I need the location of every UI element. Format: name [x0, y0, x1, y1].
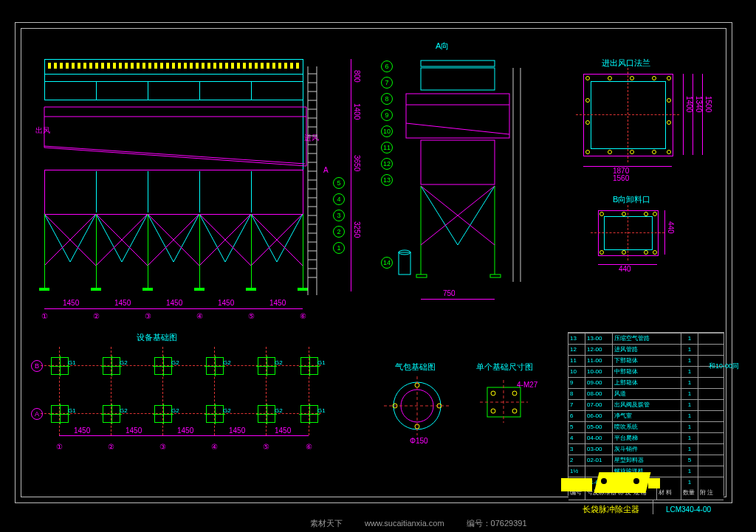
callout-11: 11: [381, 142, 393, 153]
callout-6: 6: [381, 61, 393, 72]
bom-row: 707-00出风阀及拨管1: [568, 399, 724, 410]
watermark: [561, 472, 672, 496]
ftag-8: G2: [171, 407, 179, 414]
fd-4: 1450: [229, 426, 245, 435]
title-block: 1313-00压缩空气管路11212-00进风管路11111-00下部箱体110…: [568, 332, 724, 496]
footer-id-label: 编号：: [467, 519, 491, 528]
single-base-title: 单个基础尺寸图: [476, 362, 533, 373]
callout-12: 12: [381, 158, 393, 170]
flange-title: 进出风口法兰: [602, 58, 650, 69]
svg-point-62: [512, 391, 517, 395]
svg-point-64: [512, 409, 517, 413]
section-mark-A: A: [323, 166, 329, 174]
footer-site: 素材天下: [310, 518, 343, 529]
ftag-11: G1: [317, 407, 326, 414]
svg-rect-38: [406, 94, 509, 138]
bom-row: 202-01星型卸料器5: [568, 455, 724, 466]
dim-bay-1: 1450: [63, 299, 79, 307]
callout-9: 9: [381, 109, 393, 121]
callout-5: 5: [333, 177, 345, 189]
dim-bay-4: 1450: [218, 299, 234, 307]
bom-row: 505-00喷吹系统1: [568, 421, 724, 432]
svg-point-61: [491, 391, 495, 395]
ftag-6: G1: [68, 407, 76, 414]
fg-2: ②: [108, 443, 114, 451]
fg-1: ①: [56, 443, 63, 451]
airbag-title: 气包基础图: [395, 362, 436, 373]
footer-url: www.sucaitianxia.com: [365, 519, 444, 528]
bom-row: 909-00上部箱体1: [568, 377, 724, 388]
ftag-1: G2: [120, 359, 128, 366]
grid-1: ①: [41, 312, 48, 320]
callout-1: 1: [333, 242, 345, 254]
row-A: A: [31, 408, 43, 420]
svg-rect-47: [490, 274, 501, 277]
ftag-3: G2: [223, 359, 231, 366]
callout-10: 10: [381, 125, 393, 137]
bom-row: 1010-00中部箱体1: [568, 366, 724, 377]
feed-h: 440: [667, 221, 675, 234]
fg-3: ③: [159, 443, 166, 451]
fg-6: ⑥: [306, 443, 312, 451]
callout-13: 13: [381, 174, 393, 186]
ftag-0: G1: [68, 359, 76, 366]
footer-id: 07629391: [491, 519, 527, 528]
fd-5: 1450: [275, 426, 291, 435]
bom-row: 303-00灰斗销件1: [568, 443, 724, 455]
page-footer: 素材天下 www.sucaitianxia.com 编号：07629391: [0, 514, 756, 532]
inlet-plenum: [41, 103, 310, 170]
grid-2: ②: [93, 312, 100, 320]
hoppers: [41, 214, 310, 273]
dim-h4: 800: [353, 70, 361, 83]
airbag-d: Φ150: [410, 437, 428, 445]
bom-row: 1111-00下部箱体1: [568, 355, 724, 366]
dim-side-width: 750: [443, 289, 456, 297]
sheet-ref: 和10-00同: [709, 362, 739, 371]
callout-3: 3: [333, 210, 345, 221]
flange-h3: 1500: [704, 96, 712, 112]
bom-row: 808-00风道1: [568, 388, 724, 399]
dim-bay-3: 1450: [166, 299, 182, 307]
svg-rect-37: [421, 68, 495, 90]
dim-h1: 3250: [353, 221, 361, 238]
feed-title: B向卸料口: [613, 194, 650, 205]
bom-row: 1313-00压缩空气管路1: [568, 333, 724, 344]
ftag-5: G1: [317, 359, 326, 366]
svg-line-40: [406, 123, 509, 134]
svg-rect-41: [421, 140, 495, 184]
dim-h3: 1400: [353, 103, 361, 120]
bom-row: 404-00平台爬梯1: [568, 432, 724, 443]
view-A-title: A向: [436, 41, 449, 52]
ftag-2: G2: [171, 359, 179, 366]
row-B: B: [31, 360, 43, 372]
svg-rect-36: [421, 61, 495, 66]
flange-w2: 1560: [613, 174, 629, 182]
dim-h2: 3650: [353, 155, 361, 171]
callout-7: 7: [381, 77, 393, 89]
feed-w: 440: [619, 265, 631, 273]
fd-3: 1450: [177, 426, 193, 435]
svg-point-63: [491, 409, 495, 413]
dim-bay-5: 1450: [269, 299, 286, 307]
fg-5: ⑤: [263, 443, 269, 451]
fg-4: ④: [211, 443, 218, 451]
foundation-title: 设备基础图: [137, 332, 177, 343]
ftag-4: G2: [275, 359, 283, 366]
grid-3: ③: [145, 312, 151, 320]
dim-bay-2: 1450: [114, 299, 131, 307]
grid-4: ④: [196, 312, 203, 320]
grid-5: ⑤: [248, 312, 255, 320]
anchor-spec: 4-M27: [517, 381, 537, 389]
bom-row: 1212-00进风管路1: [568, 344, 724, 355]
ftag-7: G2: [120, 407, 128, 414]
fd-2: 1450: [126, 426, 142, 435]
callout-14: 14: [381, 257, 393, 269]
ftag-9: G2: [223, 407, 231, 414]
svg-rect-48: [399, 252, 410, 274]
ftag-10: G2: [275, 407, 283, 414]
outlet-label: 出风: [35, 125, 50, 136]
svg-rect-46: [416, 274, 427, 277]
bom-row: 606-00净气室1: [568, 410, 724, 421]
fd-1: 1450: [74, 426, 90, 435]
grid-6: ⑥: [300, 312, 306, 320]
